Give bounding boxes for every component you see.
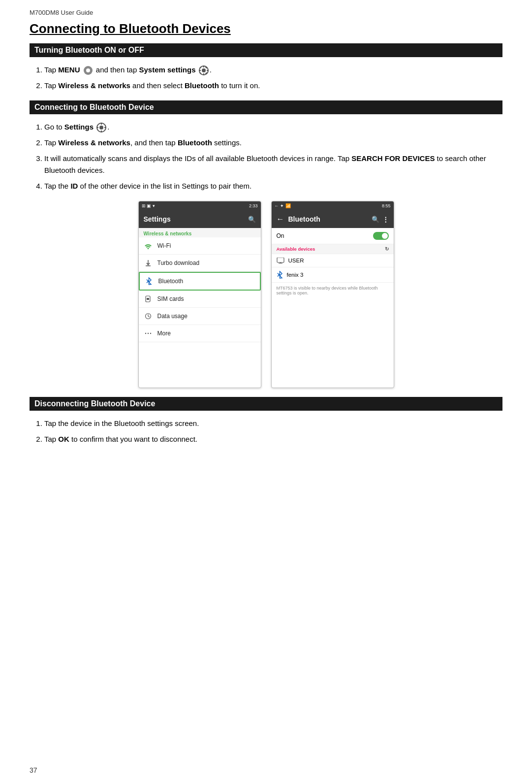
left-phone-statusbar: ⊞ ▣ ▾ 2:33 [139, 201, 261, 210]
svg-rect-5 [203, 73, 204, 75]
bluetooth-icon-left [146, 277, 152, 285]
list-item: Tap Wireless & networks, and then tap Bl… [44, 137, 502, 149]
page-number: 37 [30, 766, 37, 774]
svg-rect-14 [101, 123, 102, 125]
svg-point-3 [202, 68, 206, 72]
svg-point-24 [150, 333, 151, 334]
sim-icon [145, 295, 151, 302]
bt-device-fenix: fenix 3 [272, 267, 394, 283]
list-item: Tap the device in the Bluetooth settings… [44, 418, 502, 429]
list-item: Tap Wireless & networks and then select … [44, 80, 502, 92]
section-header-connecting: Connecting to Bluetooth Device [30, 100, 502, 114]
phone-row-data: Data usage [139, 308, 261, 325]
phone-row-turbo: Turbo download [139, 255, 261, 272]
left-phone-titlebar: Settings 🔍 [139, 210, 261, 228]
section-header-disconnecting: Disconnecting Bluetooth Device [30, 397, 502, 411]
right-phone-screen: ← ✦ 📶 8:55 ← Bluetooth 🔍 ⋮ On [271, 201, 394, 388]
right-phone-titlebar: ← Bluetooth 🔍 ⋮ [272, 210, 394, 228]
screenshots-row: ⊞ ▣ ▾ 2:33 Settings 🔍 Wireless & network… [30, 201, 502, 388]
list-item: Tap OK to confirm that you want to disco… [44, 433, 502, 445]
phone-row-bluetooth: Bluetooth [139, 272, 261, 291]
phone-row-more: More [139, 325, 261, 342]
svg-rect-6 [199, 70, 201, 71]
right-phone-statusbar: ← ✦ 📶 8:55 [272, 201, 394, 210]
main-title: Connecting to Bluetooth Devices [30, 21, 502, 36]
svg-rect-18 [146, 265, 151, 266]
svg-rect-15 [101, 130, 102, 132]
system-settings-icon [199, 65, 209, 75]
bt-toggle [373, 232, 389, 240]
list-item: It will automatically scans and displays… [44, 153, 502, 176]
svg-rect-25 [277, 258, 284, 262]
svg-rect-27 [280, 262, 281, 263]
disconnecting-content: Tap the device in the Bluetooth settings… [30, 418, 502, 445]
turbo-icon [145, 260, 152, 266]
svg-rect-20 [147, 298, 149, 300]
list-item: Tap the ID of the other device in the li… [44, 180, 502, 192]
svg-rect-16 [96, 127, 98, 128]
connecting-content: Go to Settings . Tap Wireless & networks… [30, 121, 502, 388]
list-item: Tap MENU and then tap System settings . [44, 64, 502, 76]
left-phone-screen: ⊞ ▣ ▾ 2:33 Settings 🔍 Wireless & network… [138, 201, 261, 388]
phone-row-wifi: Wi-Fi [139, 237, 261, 255]
svg-point-1 [86, 68, 90, 72]
bluetooth-icon-right [277, 271, 283, 279]
svg-point-13 [99, 126, 103, 130]
available-devices-label: Available devices ↻ [272, 244, 394, 254]
svg-point-23 [147, 333, 148, 334]
left-phone-content: Wireless & networks Wi-Fi Turbo download [139, 228, 261, 342]
list-item: Go to Settings . [44, 121, 502, 133]
monitor-icon [277, 258, 284, 263]
svg-rect-7 [207, 70, 209, 71]
turning-on-off-content: Tap MENU and then tap System settings . … [30, 64, 502, 92]
svg-point-22 [145, 333, 146, 334]
data-icon [145, 313, 152, 320]
section-header-turning: Turning Bluetooth ON or OFF [30, 43, 502, 57]
right-phone-content: On Available devices ↻ USER fenix 3 MT67… [272, 228, 394, 298]
settings-icon [96, 123, 106, 132]
bt-visibility-note: MT6753 is visible to nearby devices whil… [272, 283, 394, 298]
doc-header: M700DM8 User Guide [30, 9, 502, 16]
wifi-icon [145, 242, 152, 249]
bt-device-user: USER [272, 254, 394, 267]
svg-rect-4 [203, 65, 204, 67]
bt-on-row: On [272, 228, 394, 244]
more-icon [145, 331, 152, 335]
menu-icon [83, 65, 93, 75]
svg-rect-17 [104, 127, 106, 128]
phone-row-sim: SIM cards [139, 291, 261, 308]
